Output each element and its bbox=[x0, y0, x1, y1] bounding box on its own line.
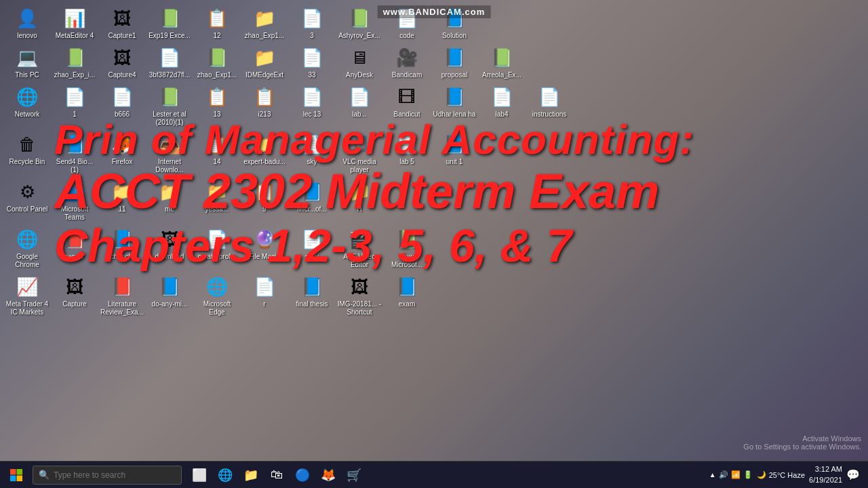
desktop-icon-micr-of[interactable]: 📘 Micr...of... bbox=[288, 177, 336, 216]
desktop-icon-this-pc[interactable]: 💻 This PC bbox=[3, 43, 51, 82]
desktop-icon-network[interactable]: 🌐 Network bbox=[3, 82, 51, 121]
icon33-icon: 📄 bbox=[300, 45, 324, 70]
desktop-icon-expert-badu[interactable]: 📁 expert-badu... bbox=[241, 129, 288, 169]
desktop-icon-avs-video-editor[interactable]: 🎬 AVS Video Editor bbox=[336, 224, 383, 272]
desktop-icon-bandicut[interactable]: 🎞 Bandicut bbox=[383, 82, 431, 121]
capture4-label: Capture4 bbox=[108, 71, 136, 79]
meta-trader4-icon: 📈 bbox=[15, 274, 39, 299]
desktop-icon-meta-trader4[interactable]: 📈 Meta Trader 4 IC Markets bbox=[3, 272, 51, 319]
desktop-icon-bandicam[interactable]: 🎥 Bandicam bbox=[383, 43, 431, 82]
ms-edge-label: Microsoft Edge bbox=[195, 300, 239, 317]
recycle-bin-label: Recycle Bin bbox=[9, 158, 45, 166]
desktop-icon-capture[interactable]: 🖼 Capture bbox=[51, 272, 98, 311]
desktop-icon-me[interactable]: 📁 me bbox=[146, 177, 193, 216]
desktop-icon-icon13[interactable]: 📋 13 bbox=[193, 82, 241, 121]
send4-bio-icon: 📘 bbox=[62, 132, 87, 157]
desktop-icon-icon9[interactable]: 📋 9 bbox=[241, 177, 288, 216]
desktop-icon-google-chrome[interactable]: 🌐 Google Chrome bbox=[3, 224, 51, 272]
desktop-icon-zhao-exp1[interactable]: 📁 zhao_Exp1... bbox=[241, 3, 288, 43]
desktop-icon-h-icon[interactable]: 📁 H bbox=[336, 177, 383, 216]
icon14-label: 14 bbox=[213, 158, 220, 166]
file-explorer-taskbar-button[interactable]: 📁 bbox=[239, 463, 263, 487]
desktop-icon-meta-editor4[interactable]: 📊 MetaEditor 4 bbox=[51, 3, 98, 43]
desktop-icon-choochi[interactable]: 📘 choochi bbox=[98, 224, 146, 264]
desktop-icon-download[interactable]: 🖼 download bbox=[146, 224, 193, 264]
desktop-icon-icon33[interactable]: 📄 33 bbox=[288, 43, 336, 82]
desktop-icon-icon1[interactable]: 📄 1 bbox=[51, 82, 98, 121]
r-icon-icon: 📄 bbox=[252, 274, 277, 299]
desktop-icon-unit1[interactable]: 📘 unit 1 bbox=[431, 129, 478, 169]
taskbar-search[interactable]: 🔍 bbox=[33, 466, 182, 485]
start-button[interactable] bbox=[3, 462, 30, 489]
task-view-button[interactable]: ⬜ bbox=[187, 463, 212, 487]
desktop-icon-report[interactable]: 📕 report bbox=[51, 224, 98, 264]
desktop-icon-anydesk[interactable]: 🖥 AnyDesk bbox=[336, 43, 383, 82]
lester-et-al-label: Lester et al (2010)(1) bbox=[147, 110, 192, 127]
lenovo-label: lenovo bbox=[17, 32, 37, 40]
desktop-icon-icon12[interactable]: 📋 12 bbox=[193, 3, 241, 43]
desktop-icon-new-microsof[interactable]: 📗 New Microsof... bbox=[383, 224, 431, 272]
desktop-icon-icon3[interactable]: 📄 3 bbox=[288, 3, 336, 43]
chrome-taskbar-button[interactable]: 🔵 bbox=[290, 463, 315, 487]
send4-bio-label: Send4 Bio...(1) bbox=[52, 158, 97, 174]
store-taskbar-button[interactable]: 🛍 bbox=[264, 463, 289, 487]
desktop-icon-recycle-bin[interactable]: 🗑 Recycle Bin bbox=[3, 129, 51, 169]
desktop-icon-zhao-exp-i[interactable]: 📗 zhao_Exp_i... bbox=[51, 43, 98, 82]
desktop-icon-b666[interactable]: 📄 b666 bbox=[98, 82, 146, 121]
firefox-taskbar-button[interactable]: 🦊 bbox=[316, 463, 340, 487]
desktop-icon-final-thesis[interactable]: 📘 final thesis bbox=[288, 272, 336, 311]
extra-taskbar-button[interactable]: 🛒 bbox=[342, 463, 366, 487]
edge-taskbar-button[interactable]: 🌐 bbox=[213, 463, 237, 487]
desktop-icon-capture1[interactable]: 🖼 Capture1 bbox=[98, 3, 146, 43]
img-20181-icon: 🖼 bbox=[347, 274, 372, 299]
desktop-icon-udhar-lena-ha[interactable]: 📘 Udhar lena ha bbox=[431, 82, 478, 121]
desktop-icon-i213[interactable]: 📋 i213 bbox=[241, 82, 288, 121]
bandicam-watermark: www.BANDICAM.com bbox=[378, 5, 491, 18]
desktop-icon-lab4[interactable]: 📄 lab4 bbox=[478, 82, 526, 121]
desktop-icon-literature-review[interactable]: 📕 Literature Review_Exa... bbox=[98, 272, 146, 319]
desktop-icon-control-panel[interactable]: ⚙ Control Panel bbox=[3, 177, 51, 216]
desktop-icon-ms-teams[interactable]: 👥 Microsoft Teams bbox=[51, 177, 98, 224]
desktop-icon-yessa[interactable]: 📁 yessa... bbox=[193, 177, 241, 216]
desktop-icon-proposal[interactable]: 📘 proposal bbox=[431, 43, 478, 82]
zhao-exp-i-label: zhao_Exp_i... bbox=[54, 71, 96, 79]
desktop-icon-arreola-ex[interactable]: 📗 Arreola_Ex... bbox=[478, 43, 526, 82]
desktop-icon-instructions[interactable]: 📄 instructions bbox=[526, 82, 573, 121]
desktop-icon-img-20181[interactable]: 🖼 IMG-20181... - Shortcut bbox=[336, 272, 383, 319]
desktop-icon-ashyrov-ex[interactable]: 📗 Ashyrov_Ex... bbox=[336, 3, 383, 43]
desktop-icon-internet-downlo[interactable]: 📥 Internet Downlo... bbox=[146, 129, 193, 177]
desktop-icon-file-magic[interactable]: 🔮 File Magic bbox=[241, 224, 288, 264]
desktop-icon-lester-et-al[interactable]: 📗 Lester et al (2010)(1) bbox=[146, 82, 193, 129]
desktop-icon-skyy[interactable]: 📄 skyy bbox=[288, 224, 336, 264]
literature-review-label: Literature Review_Exa... bbox=[100, 300, 144, 317]
desktop-icon-create-prof[interactable]: 📄 create-prof... bbox=[193, 224, 241, 264]
desktop-icon-ms-edge[interactable]: 🌐 Microsoft Edge bbox=[193, 272, 241, 319]
meta-editor4-label: MetaEditor 4 bbox=[56, 32, 94, 40]
desktop-icon-lab-icon[interactable]: 📄 lab... bbox=[336, 82, 383, 121]
desktop-icon-vlc-media-player[interactable]: 🎵 VLC media player bbox=[336, 129, 383, 177]
desktop-icon-do-any-mi[interactable]: 📘 do-any-mi... bbox=[146, 272, 193, 311]
udhar-lena-ha-label: Udhar lena ha bbox=[433, 110, 476, 119]
desktop-icon-lec13[interactable]: 📄 lec 13 bbox=[288, 82, 336, 121]
search-input[interactable] bbox=[54, 470, 169, 480]
desktop-icon-send4-bio[interactable]: 📘 Send4 Bio...(1) bbox=[51, 129, 98, 177]
desktop-icon-exp19-excel[interactable]: 📗 Exp19 Exce... bbox=[146, 3, 193, 43]
lab5-icon: 📄 bbox=[395, 132, 419, 157]
desktop-icon-zhao-exp1n[interactable]: 📗 zhao_Exp1... bbox=[193, 43, 241, 82]
meta-editor4-icon: 📊 bbox=[62, 6, 87, 30]
notification-button[interactable]: 💬 bbox=[846, 468, 860, 481]
desktop-icon-firefox[interactable]: 🦊 Firefox bbox=[98, 129, 146, 169]
desktop-icon-lenovo[interactable]: 👤 lenovo bbox=[3, 3, 51, 43]
desktop-icon-idmedgeext[interactable]: 📁 IDMEdgeExt bbox=[241, 43, 288, 82]
desktop-icon-icon11[interactable]: 📁 11 bbox=[98, 177, 146, 216]
desktop-icon-capture4[interactable]: 🖼 Capture4 bbox=[98, 43, 146, 82]
desktop-icon-r-icon[interactable]: 📄 r bbox=[241, 272, 288, 311]
desktop-icon-sky[interactable]: 📄 sky bbox=[288, 129, 336, 169]
desktop-icon-exam[interactable]: 📘 exam bbox=[383, 272, 431, 311]
desktop-icon-lab5[interactable]: 📄 lab 5 bbox=[383, 129, 431, 169]
desktop-icon-icon14[interactable]: 📋 14 bbox=[193, 129, 241, 169]
skyy-icon: 📄 bbox=[300, 227, 324, 251]
tray-arrow[interactable]: ▲ bbox=[709, 471, 716, 479]
desktop-icon-3bf3872[interactable]: 📄 3bf3872d7fl... bbox=[146, 43, 193, 82]
exam-icon: 📘 bbox=[395, 274, 419, 299]
